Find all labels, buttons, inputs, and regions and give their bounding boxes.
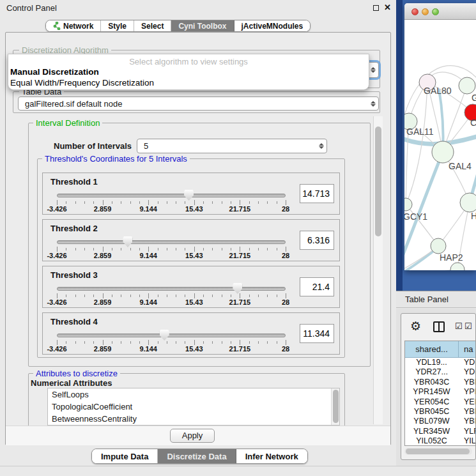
threshold-3-box: Threshold 3 -3.426 2.859 9.144 15.43 21.…: [42, 266, 340, 308]
tab-infer-network[interactable]: Infer Network: [236, 449, 307, 463]
control-panel-tabbar: Network Style Select Cyni Toolbox jActiv…: [45, 20, 311, 32]
table-panel-title: Table Panel: [405, 295, 449, 304]
tab-jactivemnodules[interactable]: jActiveMNodules: [234, 20, 311, 31]
threshold-3-slider[interactable]: [57, 287, 286, 291]
threshold-1-value-field[interactable]: 14.713: [300, 184, 334, 203]
column-header-name[interactable]: na: [459, 341, 475, 357]
table-row[interactable]: YER054CYER0: [405, 397, 475, 407]
float-window-icon[interactable]: [373, 5, 379, 11]
gear-icon[interactable]: ⚙: [410, 319, 421, 334]
table-data-combobox[interactable]: galFiltered.sif default node: [18, 96, 379, 111]
node-label: H: [471, 211, 476, 221]
node-label: GAL11: [406, 127, 434, 137]
tab-impute-data[interactable]: Impute Data: [92, 449, 158, 463]
checkbox-icon[interactable]: ☑: [455, 321, 463, 331]
desktop-edge: [396, 0, 403, 291]
threshold-4-value-field[interactable]: 11.344: [300, 324, 334, 343]
combo-stepper-icon: [368, 101, 378, 107]
table-data-value: galFiltered.sif default node: [19, 99, 368, 109]
node-label: GA: [472, 93, 476, 103]
network-window: GAL80 GA C GAL11 GAL4 GCY1 H HAP2: [404, 3, 476, 270]
option-equal-width-frequency[interactable]: Equal Width/Frequency Discretization: [10, 78, 154, 88]
node-label: GCY1: [404, 211, 427, 222]
threshold-4-box: Threshold 4 -3.426 2.859 9.144 15.43 21.…: [42, 312, 340, 355]
algorithm-hint: Select algorithm to view settings: [8, 57, 369, 66]
list-item[interactable]: TopologicalCoefficient: [48, 401, 339, 413]
tab-network[interactable]: Network: [46, 20, 101, 31]
apply-button[interactable]: Apply: [170, 429, 215, 443]
status-strip: [0, 466, 476, 476]
tab-cyni-toolbox[interactable]: Cyni Toolbox: [171, 20, 234, 31]
app-window: Control Panel ✕ Network Style Select Cyn…: [0, 0, 476, 476]
settings-scroll-area: Interval Definition Number of Intervals …: [9, 115, 383, 426]
control-panel-title: Control Panel: [6, 3, 57, 13]
list-scrollbar[interactable]: [331, 388, 339, 425]
network-icon: [53, 22, 61, 30]
threshold-2-slider[interactable]: [57, 240, 286, 244]
node-label: C: [470, 118, 476, 128]
tick-marks: [57, 293, 286, 298]
checkbox-icon[interactable]: ☑: [464, 321, 472, 331]
tab-select[interactable]: Select: [134, 20, 171, 31]
node-table: shared... na YDL19...YDL1 YDR27...YDR2 Y…: [404, 341, 476, 446]
threshold-2-value-field[interactable]: 6.316: [300, 231, 334, 250]
control-panel-titlebar: Control Panel ✕: [0, 0, 396, 15]
table-row[interactable]: YIL052CYIL0: [405, 436, 475, 446]
table-horizontal-scrollbar[interactable]: [404, 448, 472, 455]
algorithm-dropdown-popup: Select algorithm to view settings Manual…: [8, 54, 369, 90]
node-label: HAP2: [440, 252, 463, 263]
table-header-row: shared... na: [405, 341, 475, 358]
numerical-attributes-header: Numerical Attributes: [31, 378, 112, 388]
close-icon[interactable]: ✕: [384, 3, 391, 12]
node-label: GAL80: [424, 86, 452, 96]
tick-marks: [57, 339, 286, 345]
num-intervals-label: Number of Intervals: [54, 141, 132, 151]
combo-stepper-icon: [368, 67, 378, 73]
tab-style[interactable]: Style: [101, 20, 134, 31]
tick-marks: [57, 199, 286, 205]
minimize-traffic-light-icon[interactable]: [422, 8, 429, 15]
num-intervals-combobox[interactable]: 5: [137, 139, 327, 153]
table-window: ⚙ ☑ ☑ shared... na YDL19...YDL1 YDR27...…: [401, 313, 476, 460]
node-label: GAL4: [449, 161, 472, 171]
numerical-attributes-list[interactable]: SelfLoops TopologicalCoefficient Between…: [47, 388, 340, 426]
threshold-3-value-field[interactable]: 21.4: [300, 277, 334, 296]
mode-tabbar: Impute Data Discretize Data Infer Networ…: [91, 449, 308, 464]
table-row[interactable]: YBL079WYBL0: [405, 417, 475, 426]
close-traffic-light-icon[interactable]: [411, 8, 418, 15]
zoom-traffic-light-icon[interactable]: [432, 8, 439, 15]
table-row[interactable]: YLR345WYLR3: [405, 427, 475, 436]
combo-stepper-icon: [316, 143, 326, 149]
table-toolbar: ⚙ ☑ ☑: [401, 316, 475, 338]
threshold-1-box: Threshold 1 -3.426 2.859 9.144 15.43 21.…: [42, 173, 340, 215]
tab-discretize-data[interactable]: Discretize Data: [158, 449, 236, 463]
attributes-title: Attributes to discretize: [33, 369, 120, 378]
threshold-4-slider[interactable]: [57, 334, 286, 337]
table-row[interactable]: YDR27...YDR2: [405, 367, 475, 377]
threshold-1-slider[interactable]: [57, 194, 286, 197]
thresholds-title: Threshold's Coordinates for 5 Intervals: [42, 154, 190, 164]
num-intervals-value: 5: [137, 141, 316, 151]
list-item[interactable]: BetweennessCentrality: [48, 413, 339, 425]
option-manual-discretization[interactable]: Manual Discretization: [10, 67, 99, 77]
settings-scrollbar[interactable]: [373, 116, 383, 424]
table-row[interactable]: YBR045CYBR0: [405, 407, 475, 417]
table-row[interactable]: YDL19...YDL1: [405, 358, 475, 367]
table-row[interactable]: YBR043CYBR0: [405, 378, 475, 387]
tab-network-label: Network: [63, 22, 93, 31]
table-row[interactable]: YPR145WYPR1: [405, 387, 475, 397]
interval-definition-title: Interval Definition: [33, 118, 102, 128]
split-columns-icon[interactable]: [433, 321, 445, 332]
network-window-titlebar[interactable]: [404, 3, 476, 20]
column-header-shared-name[interactable]: shared...: [405, 341, 459, 357]
threshold-2-box: Threshold 2 -3.426 2.859 9.144 15.43 21.…: [42, 219, 340, 261]
tick-marks: [57, 246, 286, 252]
list-item[interactable]: SelfLoops: [48, 388, 339, 401]
network-canvas[interactable]: GAL80 GA C GAL11 GAL4 GCY1 H HAP2: [404, 20, 476, 270]
network-graph: [404, 20, 476, 270]
